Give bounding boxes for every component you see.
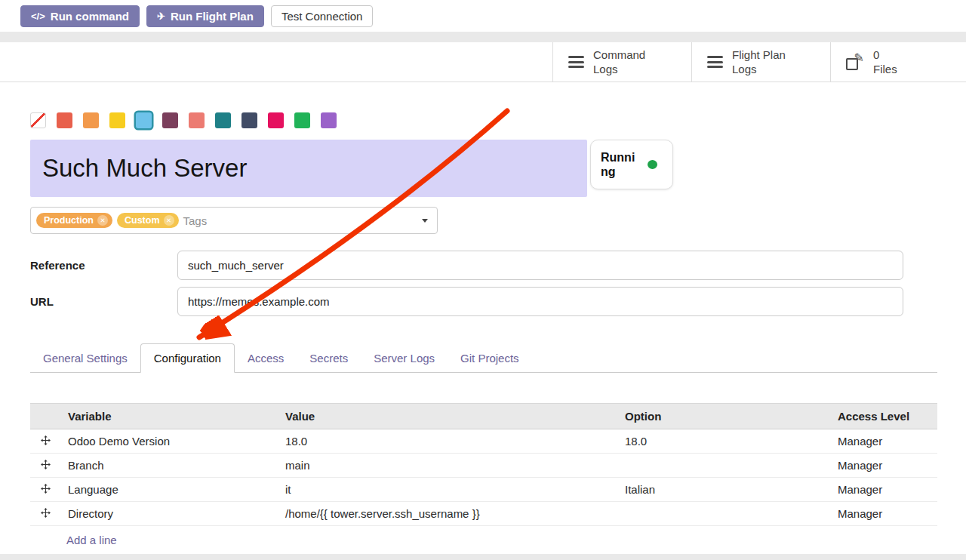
table-row: Directory/home/{{ tower.server.ssh_usern… [30, 502, 937, 526]
color-swatch-yellow[interactable] [109, 112, 125, 128]
tag-label: Custom [125, 215, 160, 226]
footer-band [0, 554, 966, 560]
cell-option[interactable] [617, 502, 830, 526]
cell-value[interactable]: it [278, 478, 617, 502]
status-label: Running [601, 150, 641, 179]
url-row: URL [30, 287, 937, 316]
tab-server-logs[interactable]: Server Logs [361, 344, 448, 372]
flight-plan-logs-label: Flight Plan Logs [732, 48, 786, 76]
cell-option[interactable]: 18.0 [617, 429, 830, 454]
color-swatch-dark-purple[interactable] [162, 112, 178, 128]
move-icon [41, 484, 51, 494]
files-label: 0 Files [873, 48, 897, 76]
tags-list: Production✕Custom✕ [36, 213, 179, 228]
config-table-head-row: VariableValueOptionAccess Level [30, 404, 937, 429]
drag-handle[interactable] [30, 478, 60, 502]
cell-variable[interactable]: Odoo Demo Version [60, 429, 278, 454]
plane-icon: ✈ [157, 11, 165, 22]
files-button[interactable]: ✎ 0 Files [830, 42, 966, 82]
url-input[interactable] [177, 287, 903, 316]
move-icon [41, 435, 51, 445]
top-toolbar: </> Run command ✈ Run Flight Plan Test C… [0, 0, 966, 32]
drag-handle[interactable] [30, 429, 60, 454]
handle-column-header [30, 404, 60, 429]
tag-label: Production [44, 215, 94, 226]
move-icon [41, 460, 51, 469]
tab-secrets[interactable]: Secrets [297, 344, 361, 372]
column-header-variable: Variable [60, 404, 278, 429]
form-fields: Reference URL [30, 251, 937, 316]
tab-bar: General SettingsConfigurationAccessSecre… [30, 343, 937, 373]
page: { "colors": { "accent": "#7a79ad", "link… [0, 0, 966, 560]
edit-icon: ✎ [846, 53, 864, 71]
tab-access[interactable]: Access [235, 344, 297, 372]
color-swatch-green[interactable] [294, 112, 310, 128]
column-header-option: Option [617, 404, 830, 429]
tag-production[interactable]: Production✕ [36, 213, 112, 228]
color-swatch-dark-blue[interactable] [242, 112, 257, 128]
run-flight-plan-label: Run Flight Plan [171, 10, 254, 23]
cell-value[interactable]: 18.0 [278, 429, 617, 454]
cell-access-level[interactable]: Manager [830, 502, 937, 526]
status-card[interactable]: Running [590, 140, 673, 189]
tag-custom[interactable]: Custom✕ [117, 213, 179, 228]
chevron-down-icon[interactable] [422, 219, 428, 223]
color-swatch-row [30, 112, 937, 128]
test-connection-button[interactable]: Test Connection [271, 5, 374, 27]
reference-input[interactable] [177, 251, 903, 280]
reference-row: Reference [30, 251, 937, 280]
color-swatch-light-blue[interactable] [136, 112, 152, 128]
cell-access-level[interactable]: Manager [830, 478, 937, 502]
tab-configuration[interactable]: Configuration [140, 343, 235, 373]
move-icon [41, 508, 51, 518]
test-connection-label: Test Connection [281, 10, 363, 23]
cell-option[interactable] [617, 454, 830, 478]
table-row: BranchmainManager [30, 454, 937, 478]
tags-input[interactable]: Production✕Custom✕ Tags [30, 207, 438, 234]
color-swatch-teal[interactable] [215, 112, 231, 128]
cell-access-level[interactable]: Manager [830, 454, 937, 478]
page-header: Command Logs Flight Plan Logs ✎ 0 Files [0, 42, 966, 82]
run-command-label: Run command [51, 10, 129, 23]
cell-value[interactable]: /home/{{ tower.server.ssh_username }} [278, 502, 617, 526]
tag-remove-icon[interactable]: ✕ [164, 215, 174, 226]
cell-value[interactable]: main [278, 454, 617, 478]
tag-remove-icon[interactable]: ✕ [97, 215, 108, 226]
tags-placeholder: Tags [183, 214, 208, 227]
add-a-line-link[interactable]: Add a line [66, 534, 117, 546]
cell-option[interactable]: Italian [617, 478, 830, 502]
color-swatch-orange[interactable] [83, 112, 99, 128]
status-dot-icon [648, 160, 657, 169]
command-logs-button[interactable]: Command Logs [552, 42, 691, 82]
cell-variable[interactable]: Language [60, 478, 278, 502]
url-label: URL [30, 295, 177, 308]
color-swatch-salmon[interactable] [189, 112, 205, 128]
run-command-button[interactable]: </> Run command [20, 5, 140, 27]
table-row: LanguageitItalianManager [30, 478, 937, 502]
reference-label: Reference [30, 259, 177, 272]
color-swatch-red[interactable] [57, 112, 72, 128]
main-content: Running Production✕Custom✕ Tags Referenc… [0, 112, 966, 552]
title-row: Running [30, 140, 937, 197]
separator-band [0, 32, 966, 42]
tab-git-projects[interactable]: Git Projects [448, 344, 532, 372]
column-header-access-level: Access Level [830, 404, 937, 429]
server-name-input[interactable] [30, 140, 587, 197]
cell-access-level[interactable]: Manager [830, 429, 937, 454]
drag-handle[interactable] [30, 502, 60, 526]
cell-variable[interactable]: Branch [60, 454, 278, 478]
bars-icon [707, 56, 723, 68]
run-flight-plan-button[interactable]: ✈ Run Flight Plan [146, 5, 264, 27]
flight-plan-logs-button[interactable]: Flight Plan Logs [691, 42, 830, 82]
code-icon: </> [31, 11, 45, 22]
color-swatch-no-color[interactable] [30, 112, 46, 128]
add-line-row: Add a line [30, 526, 937, 552]
command-logs-label: Command Logs [593, 48, 645, 76]
cell-variable[interactable]: Directory [60, 502, 278, 526]
color-swatch-purple[interactable] [321, 112, 337, 128]
tab-general-settings[interactable]: General Settings [30, 344, 140, 372]
drag-handle[interactable] [30, 454, 60, 478]
color-swatch-raspberry[interactable] [268, 112, 284, 128]
config-table: VariableValueOptionAccess Level Odoo Dem… [30, 403, 937, 552]
config-table-body: Odoo Demo Version18.018.0ManagerBranchma… [30, 429, 937, 526]
